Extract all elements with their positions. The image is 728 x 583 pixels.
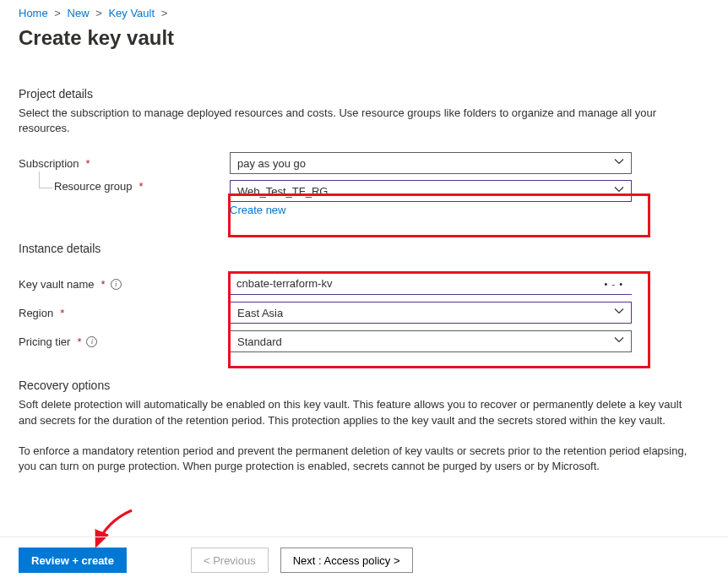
keyvault-name-value: cnbate-terraform-kv bbox=[236, 277, 332, 290]
project-details-heading: Project details bbox=[19, 87, 709, 101]
breadcrumb-keyvault[interactable]: Key Vault bbox=[108, 7, 155, 19]
next-button[interactable]: Next : Access policy > bbox=[280, 548, 413, 573]
keyvault-name-input[interactable]: cnbate-terraform-kv • - • bbox=[230, 273, 632, 295]
subscription-value: pay as you go bbox=[237, 157, 306, 170]
recovery-desc-2: To enforce a mandatory retention period … bbox=[19, 444, 703, 474]
subscription-select[interactable]: pay as you go bbox=[230, 152, 632, 174]
region-label: Region* bbox=[19, 307, 230, 319]
wizard-footer: Review + create < Previous Next : Access… bbox=[0, 537, 728, 573]
subscription-label: Subscription* bbox=[19, 157, 230, 170]
instance-details-heading: Instance details bbox=[19, 242, 709, 255]
recovery-desc-1: Soft delete protection will automaticall… bbox=[19, 397, 703, 428]
validation-icon: • - • bbox=[605, 279, 623, 289]
recovery-options-heading: Recovery options bbox=[19, 379, 709, 392]
chevron-down-icon bbox=[614, 185, 624, 198]
project-details-desc: Select the subscription to manage deploy… bbox=[19, 106, 703, 136]
breadcrumb-separator: > bbox=[95, 7, 102, 19]
region-value: East Asia bbox=[237, 307, 283, 319]
pricing-tier-select[interactable]: Standard bbox=[230, 330, 632, 352]
resource-group-label: Resource group* bbox=[19, 180, 230, 193]
page-title: Create key vault bbox=[0, 23, 728, 50]
chevron-down-icon bbox=[614, 307, 624, 319]
chevron-down-icon bbox=[614, 335, 624, 348]
review-create-button[interactable]: Review + create bbox=[19, 548, 127, 573]
breadcrumb-separator: > bbox=[54, 7, 61, 19]
breadcrumb: Home > New > Key Vault > bbox=[0, 0, 728, 23]
chevron-down-icon bbox=[614, 157, 624, 170]
info-icon[interactable]: i bbox=[86, 336, 97, 347]
keyvault-name-label: Key vault name* i bbox=[19, 278, 230, 291]
breadcrumb-home[interactable]: Home bbox=[19, 7, 48, 19]
pricing-tier-label: Pricing tier* i bbox=[19, 335, 230, 348]
resource-group-value: Web_Test_TF_RG bbox=[237, 185, 328, 198]
pricing-tier-value: Standard bbox=[237, 335, 282, 348]
previous-button[interactable]: < Previous bbox=[191, 548, 269, 573]
region-select[interactable]: East Asia bbox=[230, 302, 632, 324]
info-icon[interactable]: i bbox=[111, 279, 122, 290]
resource-group-select[interactable]: Web_Test_TF_RG bbox=[230, 180, 632, 202]
breadcrumb-new[interactable]: New bbox=[68, 7, 90, 19]
breadcrumb-separator: > bbox=[161, 7, 168, 19]
create-new-link[interactable]: Create new bbox=[230, 204, 285, 216]
